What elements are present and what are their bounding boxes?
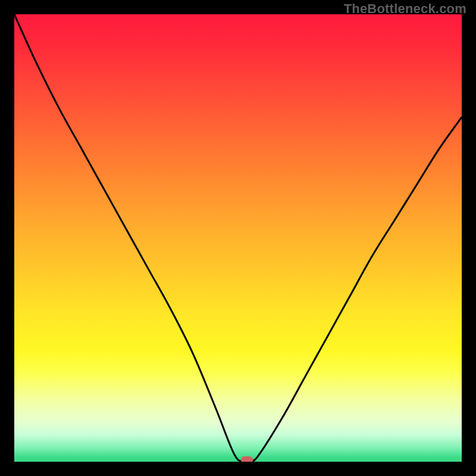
plot-area [14,14,462,462]
watermark-text: TheBottleneck.com [344,1,466,17]
bottleneck-curve [14,14,462,462]
chart-frame: TheBottleneck.com [0,0,476,476]
optimal-marker [241,456,253,462]
curve-svg [14,14,462,462]
